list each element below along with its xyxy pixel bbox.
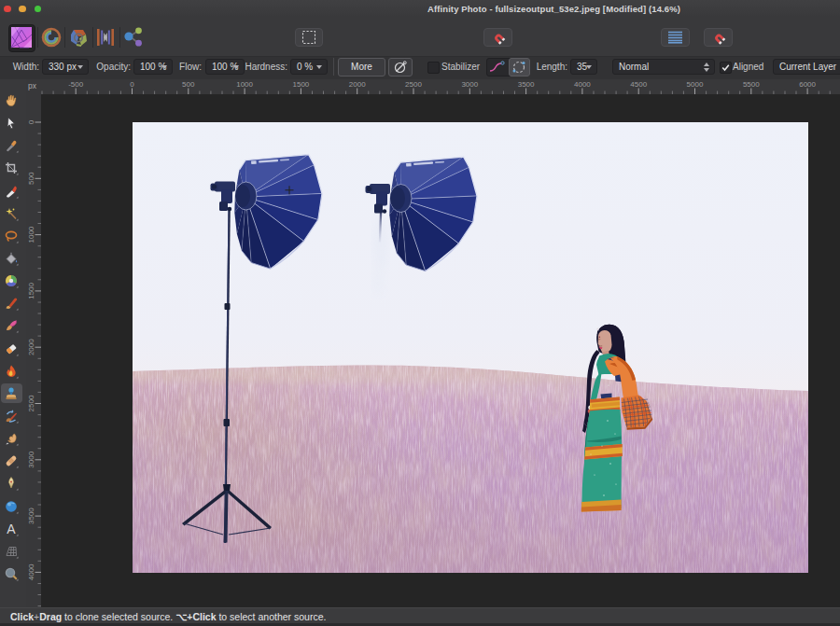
svg-text:4000: 4000 (574, 80, 591, 89)
svg-text:3000: 3000 (461, 80, 478, 89)
svg-text:2500: 2500 (405, 80, 422, 89)
svg-text:2500: 2500 (27, 395, 35, 411)
svg-text:A: A (7, 522, 16, 536)
svg-text:1000: 1000 (27, 226, 35, 243)
svg-text:3500: 3500 (518, 80, 535, 89)
svg-text:500: 500 (182, 80, 195, 89)
svg-text:4000: 4000 (27, 563, 35, 580)
svg-text:5000: 5000 (687, 80, 704, 89)
svg-text:500: 500 (27, 172, 35, 185)
svg-text:0: 0 (130, 80, 134, 89)
svg-text:1500: 1500 (27, 282, 35, 299)
svg-text:4500: 4500 (630, 80, 647, 89)
svg-text:3500: 3500 (27, 508, 35, 524)
svg-text:3000: 3000 (27, 451, 35, 467)
svg-text:1000: 1000 (236, 80, 253, 89)
svg-text:2000: 2000 (349, 80, 366, 89)
svg-text:1500: 1500 (293, 80, 310, 89)
svg-text:5500: 5500 (743, 80, 760, 89)
svg-text:2000: 2000 (27, 339, 35, 355)
svg-text:0: 0 (27, 119, 35, 124)
svg-text:6000: 6000 (799, 80, 816, 89)
svg-text:-500: -500 (68, 80, 84, 89)
